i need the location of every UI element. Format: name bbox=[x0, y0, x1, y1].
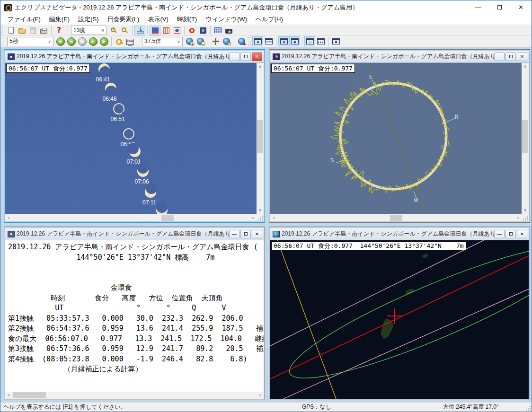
sun-window-button[interactable] bbox=[289, 36, 300, 46]
scroll-up-icon[interactable]: ∧ bbox=[257, 63, 264, 70]
menu-settings[interactable]: 設定(S) bbox=[74, 14, 103, 25]
print-button[interactable] bbox=[38, 26, 49, 35]
data-view-close-button[interactable]: ✕ bbox=[252, 230, 262, 238]
data-view-hscrollbar[interactable]: < > bbox=[5, 392, 264, 399]
play-forward-button[interactable]: ▶ bbox=[88, 36, 98, 46]
title-bar[interactable]: エクリプスナビゲータ - 2019.12.26 アラビア半島・南インド・シンガポ… bbox=[0, 0, 532, 14]
scroll-left-icon[interactable]: < bbox=[270, 214, 277, 221]
time-step-select[interactable]: 5秒∨ bbox=[7, 37, 53, 46]
map-view-titlebar[interactable]: 2019.12.26 アラビア半島・南インド・シンガポール・グアム島金環日食（月… bbox=[270, 228, 529, 240]
hscroll-thumb[interactable] bbox=[161, 215, 174, 221]
map-scale-select[interactable]: 37.5倍∨ bbox=[142, 37, 183, 46]
time-window-button[interactable] bbox=[315, 36, 326, 46]
map-view-restore-button[interactable] bbox=[505, 230, 516, 238]
sky-view-button[interactable] bbox=[150, 26, 160, 35]
limb-view-minimize-button[interactable]: — bbox=[494, 53, 505, 61]
data-window-button[interactable] bbox=[263, 36, 274, 46]
menu-help[interactable]: ヘルプ(H) bbox=[251, 14, 287, 25]
zoom-in-button[interactable]: + bbox=[108, 26, 119, 35]
data-view-minimize-button[interactable]: — bbox=[229, 230, 239, 238]
sun-view-titlebar[interactable]: 2019.12.26 アラビア半島・南インド・シンガポール・グアム島金環日食（月… bbox=[5, 51, 264, 63]
limb-view-canvas[interactable]: 06:56:07 UT 食分:0.977 E N bbox=[270, 63, 522, 214]
camera-window-button[interactable] bbox=[330, 36, 341, 46]
now-button[interactable] bbox=[124, 36, 135, 46]
hscroll-thumb[interactable] bbox=[390, 215, 402, 221]
new-file-button[interactable] bbox=[6, 26, 17, 35]
menu-file[interactable]: ファイル(F) bbox=[3, 14, 45, 25]
toolbar-grip[interactable] bbox=[137, 37, 139, 46]
grid-view-button[interactable] bbox=[160, 26, 171, 35]
zoom-out-button[interactable]: − bbox=[119, 26, 130, 35]
play-backward-button[interactable]: ◀ bbox=[66, 36, 77, 46]
chevron-down-icon[interactable]: ∨ bbox=[99, 26, 106, 35]
step-forward-button[interactable]: |▶ bbox=[98, 36, 109, 46]
limb-view-titlebar[interactable]: 2019.12.26 アラビア半島・南インド・シンガポール・グアム島金環日食（月… bbox=[270, 51, 529, 63]
open-file-button[interactable] bbox=[17, 26, 27, 35]
menu-edit[interactable]: 編集(E) bbox=[45, 14, 74, 25]
map-window-button[interactable] bbox=[252, 36, 263, 46]
sun-display-button[interactable] bbox=[186, 26, 197, 35]
toolbar-grip[interactable] bbox=[66, 26, 68, 35]
chevron-down-icon[interactable]: ∨ bbox=[46, 37, 53, 46]
resize-grip[interactable] bbox=[525, 405, 532, 412]
scroll-up-icon[interactable]: ∧ bbox=[522, 63, 529, 70]
toolbar-grip[interactable] bbox=[248, 37, 251, 46]
data-view-titlebar[interactable]: 2019.12.26 アラビア半島・南インド・シンガポール・グアム島金環日食（月… bbox=[5, 228, 264, 240]
save-button[interactable] bbox=[27, 26, 38, 35]
map-view-minimize-button[interactable]: — bbox=[494, 230, 505, 238]
sun-view-hscrollbar[interactable]: < > bbox=[5, 214, 257, 221]
hscroll-thumb[interactable] bbox=[13, 392, 46, 398]
sun-view-close-button[interactable]: ✕ bbox=[252, 53, 262, 61]
scroll-right-icon[interactable]: > bbox=[249, 214, 257, 221]
map-zoom-in-button[interactable]: + bbox=[184, 36, 195, 46]
map-view-close-button[interactable]: ✕ bbox=[517, 230, 527, 238]
menu-window[interactable]: ウィンドウ(W) bbox=[201, 14, 251, 25]
scroll-right-icon[interactable]: > bbox=[514, 214, 522, 221]
scroll-down-icon[interactable]: ∨ bbox=[522, 207, 529, 214]
resize-grip[interactable] bbox=[523, 215, 528, 221]
map-canvas[interactable]: 06:56:07 UT 食分:0.977 144°50'26"E 13°37'4… bbox=[270, 240, 529, 399]
clock-window-button[interactable] bbox=[304, 36, 315, 46]
limb-view-hscrollbar[interactable]: < > bbox=[270, 214, 522, 221]
minimize-button[interactable]: — bbox=[468, 0, 489, 14]
sun-view-vscrollbar[interactable]: ∧ ∨ bbox=[257, 63, 264, 214]
scroll-left-icon[interactable]: < bbox=[5, 392, 12, 399]
limb-view-vscrollbar[interactable]: ∧ ∨ bbox=[522, 63, 529, 214]
vscroll-thumb[interactable] bbox=[257, 120, 263, 153]
eclipse-display-button[interactable] bbox=[197, 26, 208, 35]
grid-table-button[interactable] bbox=[213, 26, 223, 35]
toolbar-grip[interactable] bbox=[2, 37, 4, 46]
resize-grip[interactable] bbox=[257, 215, 263, 221]
close-button[interactable]: ✕ bbox=[510, 0, 532, 14]
snapshot-button[interactable] bbox=[223, 26, 234, 35]
limb-view-restore-button[interactable] bbox=[505, 53, 516, 61]
menu-eclipse-elements[interactable]: 日食要素(L) bbox=[103, 14, 144, 25]
limb-window-button[interactable] bbox=[278, 36, 289, 46]
map-zoom-out-button[interactable]: − bbox=[195, 36, 206, 46]
step-backward-button[interactable]: ◀| bbox=[55, 36, 66, 46]
scroll-left-icon[interactable]: < bbox=[5, 214, 12, 221]
field-of-view-select[interactable]: 13度∨ bbox=[71, 26, 107, 35]
toolbar-separator bbox=[184, 26, 185, 35]
select-location-button[interactable] bbox=[236, 36, 247, 46]
set-time-button[interactable] bbox=[114, 36, 124, 46]
stop-button[interactable]: ■ bbox=[77, 36, 88, 46]
help-button[interactable]: ? bbox=[53, 26, 64, 35]
data-view-restore-button[interactable] bbox=[240, 230, 251, 238]
scroll-right-icon[interactable]: > bbox=[257, 392, 264, 399]
import-elements-button[interactable] bbox=[134, 26, 145, 35]
menu-time[interactable]: 時刻(T) bbox=[173, 14, 202, 25]
scroll-down-icon[interactable]: ∨ bbox=[257, 207, 264, 214]
menu-view[interactable]: 表示(V) bbox=[143, 14, 172, 25]
center-location-button[interactable] bbox=[210, 36, 221, 46]
limb-view-close-button[interactable]: ✕ bbox=[517, 53, 527, 61]
sun-view-restore-button[interactable] bbox=[240, 53, 251, 61]
vscroll-thumb[interactable] bbox=[522, 120, 528, 153]
pan-globe-button[interactable] bbox=[221, 36, 232, 46]
sun-view-minimize-button[interactable]: — bbox=[229, 53, 239, 61]
toolbar-grip[interactable] bbox=[2, 26, 4, 35]
chevron-down-icon[interactable]: ∨ bbox=[175, 37, 182, 46]
sun-view-canvas[interactable]: 06:56:07 UT 食分:0.977 06:4106:4606:5106:5… bbox=[5, 63, 257, 214]
maximize-button[interactable] bbox=[489, 0, 510, 14]
circle-view-button[interactable] bbox=[171, 26, 182, 35]
